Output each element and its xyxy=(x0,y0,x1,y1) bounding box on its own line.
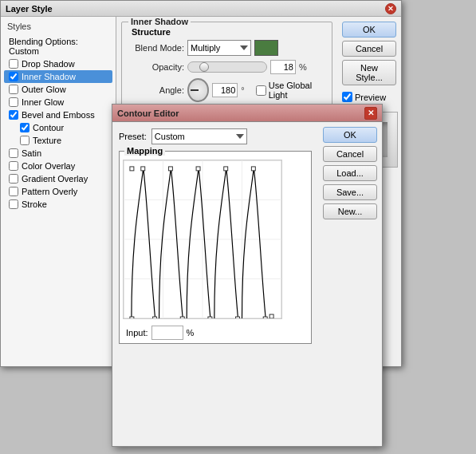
mapping-canvas[interactable] xyxy=(123,160,282,319)
contour-editor-titlebar: Contour Editor ✕ xyxy=(112,105,382,122)
inner-shadow-checkbox[interactable] xyxy=(9,72,18,81)
sidebar-item-pattern-overlay[interactable]: Pattern Overly xyxy=(4,185,112,198)
preview-checkbox[interactable] xyxy=(342,92,352,102)
sidebar-item-satin[interactable]: Satin xyxy=(4,147,112,160)
dial-indicator xyxy=(191,89,199,91)
color-overlay-checkbox[interactable] xyxy=(9,161,18,171)
dialog-title: Layer Style xyxy=(6,4,53,14)
global-light-text: Use Global Light xyxy=(269,81,325,100)
inner-shadow-title: Inner Shadow xyxy=(128,17,191,26)
opacity-thumb[interactable] xyxy=(199,62,209,72)
gradient-overlay-checkbox[interactable] xyxy=(9,174,18,184)
opacity-label: Opacity: xyxy=(128,62,184,72)
input-value[interactable] xyxy=(151,326,183,340)
svg-rect-13 xyxy=(196,167,200,171)
contour-editor-title: Contour Editor xyxy=(117,109,179,118)
blend-color-swatch[interactable] xyxy=(254,40,278,56)
sidebar-item-inner-glow[interactable]: Inner Glow xyxy=(4,96,112,109)
styles-sidebar: Styles Blending Options: Custom Drop Sha… xyxy=(1,17,116,366)
opacity-row: Opacity: % xyxy=(128,60,325,74)
contour-save-button[interactable]: Save... xyxy=(323,184,377,200)
angle-degree: ° xyxy=(241,85,252,95)
stroke-checkbox[interactable] xyxy=(9,199,18,209)
contour-close-icon[interactable]: ✕ xyxy=(364,107,377,120)
angle-dial[interactable] xyxy=(187,78,209,102)
preview-text: Preview xyxy=(355,93,386,102)
svg-rect-8 xyxy=(130,317,134,319)
contour-ok-button[interactable]: OK xyxy=(323,127,377,143)
preset-row: Preset: Custom Linear Gaussian xyxy=(119,128,312,144)
input-percent: % xyxy=(187,328,195,338)
blend-mode-label: Blend Mode: xyxy=(128,43,184,53)
svg-rect-14 xyxy=(208,317,212,319)
input-output-row: Input: % xyxy=(123,326,308,340)
blend-mode-row: Blend Mode: Multiply Normal Screen xyxy=(128,40,325,56)
input-field: Input: % xyxy=(126,326,194,340)
sidebar-item-outer-glow[interactable]: Outer Glow xyxy=(4,83,112,96)
contour-right-buttons: OK Cancel Load... Save... New... xyxy=(318,122,382,446)
sidebar-item-stroke[interactable]: Stroke xyxy=(4,198,112,211)
global-light-label[interactable]: Use Global Light xyxy=(256,81,325,100)
mapping-title: Mapping xyxy=(124,146,165,156)
blend-mode-dropdown[interactable]: Multiply Normal Screen xyxy=(187,40,251,56)
sidebar-item-contour[interactable]: Contour xyxy=(4,121,112,134)
sidebar-item-blending[interactable]: Blending Options: Custom xyxy=(4,35,112,57)
sidebar-title: Styles xyxy=(4,20,112,33)
svg-rect-9 xyxy=(141,167,145,171)
svg-rect-11 xyxy=(168,167,172,171)
drop-shadow-checkbox[interactable] xyxy=(9,59,18,69)
contour-cancel-button[interactable]: Cancel xyxy=(323,146,377,162)
inner-glow-checkbox[interactable] xyxy=(9,97,18,107)
contour-editor-dialog: Contour Editor ✕ Preset: Custom Linear G… xyxy=(112,104,383,447)
sidebar-item-gradient-overlay[interactable]: Gradient Overlay xyxy=(4,172,112,185)
sidebar-item-inner-shadow[interactable]: Inner Shadow xyxy=(4,70,112,83)
preset-dropdown[interactable]: Custom Linear Gaussian xyxy=(151,128,247,144)
angle-row: Angle: ° Use Global Light xyxy=(128,78,325,102)
opacity-input[interactable] xyxy=(270,60,296,74)
svg-rect-18 xyxy=(263,317,267,319)
contour-load-button[interactable]: Load... xyxy=(323,165,377,181)
angle-label: Angle: xyxy=(128,85,184,95)
svg-rect-16 xyxy=(236,317,240,319)
opacity-unit: % xyxy=(299,62,312,72)
outer-glow-checkbox[interactable] xyxy=(9,85,18,94)
new-style-button[interactable]: New Style... xyxy=(342,60,396,85)
sidebar-item-color-overlay[interactable]: Color Overlay xyxy=(4,160,112,172)
preview-label[interactable]: Preview xyxy=(342,92,396,102)
svg-rect-10 xyxy=(153,317,157,319)
contour-body: Preset: Custom Linear Gaussian Mapping xyxy=(112,122,382,446)
svg-rect-15 xyxy=(224,167,228,171)
contour-new-button[interactable]: New... xyxy=(323,203,377,219)
contour-checkbox[interactable] xyxy=(20,123,30,132)
mapping-box: Mapping xyxy=(119,151,312,344)
svg-rect-12 xyxy=(180,317,184,319)
close-icon[interactable]: ✕ xyxy=(385,3,396,14)
dialog-titlebar: Layer Style ✕ xyxy=(1,1,401,17)
ok-button[interactable]: OK xyxy=(342,22,396,38)
svg-rect-20 xyxy=(269,314,273,318)
sidebar-item-drop-shadow[interactable]: Drop Shadow xyxy=(4,57,112,70)
texture-checkbox[interactable] xyxy=(20,136,30,145)
satin-checkbox[interactable] xyxy=(9,148,18,158)
structure-label: Structure xyxy=(128,27,325,37)
sidebar-item-texture[interactable]: Texture xyxy=(4,134,112,147)
svg-rect-19 xyxy=(130,167,134,171)
pattern-overlay-checkbox[interactable] xyxy=(9,187,18,196)
preset-label: Preset: xyxy=(119,132,147,141)
cancel-button[interactable]: Cancel xyxy=(342,41,396,57)
sidebar-item-bevel-emboss[interactable]: Bevel and Emboss xyxy=(4,109,112,121)
input-label: Input: xyxy=(126,328,148,338)
bevel-emboss-checkbox[interactable] xyxy=(9,110,18,120)
opacity-slider[interactable] xyxy=(187,61,267,73)
svg-rect-17 xyxy=(251,167,255,171)
global-light-checkbox[interactable] xyxy=(256,85,266,96)
contour-main: Preset: Custom Linear Gaussian Mapping xyxy=(112,122,318,446)
angle-input[interactable] xyxy=(212,83,238,97)
